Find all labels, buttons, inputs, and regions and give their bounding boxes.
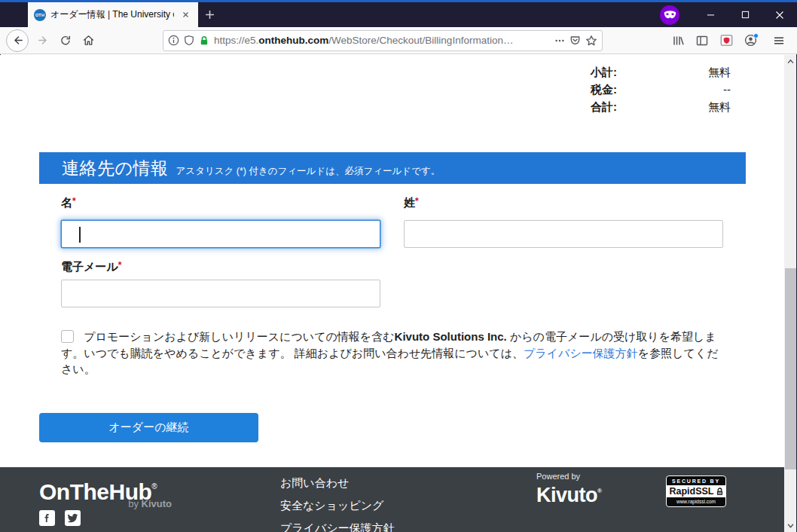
account-notification-dot	[753, 33, 759, 38]
first-name-label: 名*	[61, 196, 76, 210]
chevron-down-icon	[786, 522, 795, 529]
account-button[interactable]	[740, 30, 761, 51]
title-bar: OTH オーダー情報 | The University of T	[0, 2, 797, 27]
tab-close-button[interactable]	[179, 8, 192, 22]
ssl-brand-row: RapidSSL	[667, 485, 725, 497]
titlebar-spacer	[221, 2, 660, 27]
page-actions-icon[interactable]	[554, 35, 565, 46]
site-favicon: OTH	[34, 9, 46, 21]
url-path: /WebStore/Checkout/BillingInformation…	[328, 35, 513, 46]
browser-tab[interactable]: OTH オーダー情報 | The University of T	[28, 2, 198, 27]
page-footer: OnTheHub® by Kivuto お問い合わせ 安全なショッピング プライ…	[0, 467, 797, 532]
forward-button[interactable]	[32, 29, 54, 52]
new-tab-button[interactable]	[198, 2, 221, 27]
tracking-protection-shield-icon[interactable]	[184, 35, 194, 46]
pocket-icon[interactable]	[570, 35, 581, 46]
back-icon	[11, 34, 24, 47]
sidebar-button[interactable]	[692, 30, 713, 51]
last-name-input[interactable]	[404, 220, 723, 248]
social-links	[39, 510, 81, 526]
back-button[interactable]	[6, 29, 29, 52]
footer-links: お問い合わせ 安全なショッピング プライバシー保護方針	[280, 476, 395, 532]
email-label-text: 電子メール	[61, 260, 118, 273]
library-icon	[672, 35, 684, 47]
window-close-button[interactable]	[762, 2, 797, 27]
registered-mark: ®	[597, 488, 601, 494]
scrollbar-thumb[interactable]	[785, 268, 796, 469]
privacy-policy-footer-link[interactable]: プライバシー保護方針	[280, 521, 395, 532]
email-label: 電子メール*	[61, 260, 121, 274]
url-bar[interactable]: https://e5.onthehub.com/WebStore/Checkou…	[163, 30, 603, 51]
contact-link[interactable]: お問い合わせ	[280, 476, 395, 490]
first-name-input[interactable]	[61, 220, 380, 248]
vertical-scrollbar[interactable]	[784, 55, 797, 532]
navigation-toolbar: https://e5.onthehub.com/WebStore/Checkou…	[0, 27, 797, 54]
kivuto-logo-text: Kivuto	[536, 484, 597, 506]
url-scheme: https://e5.	[214, 35, 258, 46]
plus-icon	[205, 10, 215, 20]
url-domain: onthehub.com	[258, 35, 328, 46]
powered-by-label: Powered by	[536, 472, 601, 481]
privacy-policy-link[interactable]: プライバシー保護方針	[524, 347, 638, 359]
chevron-up-icon	[786, 58, 795, 65]
rapidssl-badge[interactable]: SECURED BY RapidSSL www.rapidssl.com	[666, 475, 726, 507]
consent-paragraph: プロモーションおよび新しいリリースについての情報を含むKivuto Soluti…	[61, 329, 719, 378]
window-maximize-button[interactable]	[728, 2, 762, 27]
summary-row-total: 合計: 無料	[591, 98, 731, 115]
home-button[interactable]	[77, 29, 99, 52]
total-label: 合計:	[591, 98, 617, 115]
ssl-url-text: www.rapidssl.com	[667, 497, 725, 506]
section-title: 連絡先の情報	[62, 157, 169, 180]
subtotal-label: 小計:	[591, 63, 617, 81]
byline-brand: Kivuto	[142, 498, 172, 509]
page-content: 小計: 無料 税金: -- 合計: 無料 連絡先の情報 アスタリスク (*) 付…	[0, 55, 797, 532]
subtotal-value: 無料	[708, 63, 731, 81]
hamburger-menu-icon	[773, 35, 785, 47]
reload-icon	[60, 35, 72, 47]
twitter-icon	[67, 512, 78, 524]
home-icon	[82, 34, 95, 47]
extension-shield-button[interactable]	[716, 30, 737, 51]
page-info-icon[interactable]	[168, 35, 179, 46]
registered-mark: ®	[151, 482, 157, 491]
email-input[interactable]	[61, 280, 380, 307]
forward-icon	[37, 34, 50, 47]
promo-email-checkbox[interactable]	[61, 330, 74, 343]
facebook-link[interactable]	[39, 510, 55, 526]
continue-order-button[interactable]: オーダーの継続	[39, 413, 258, 442]
ssl-secured-by-text: SECURED BY	[667, 476, 725, 485]
url-text[interactable]: https://e5.onthehub.com/WebStore/Checkou…	[214, 35, 550, 46]
summary-row-tax: 税金: --	[591, 81, 731, 98]
sidebar-icon	[696, 35, 708, 47]
maximize-icon	[741, 11, 750, 19]
library-button[interactable]	[667, 30, 689, 51]
text-caret	[79, 227, 81, 243]
required-asterisk: *	[118, 260, 122, 271]
last-name-label-text: 姓	[404, 196, 415, 209]
powered-by-kivuto: Powered by Kivuto®	[536, 472, 601, 506]
window-minimize-button[interactable]	[693, 2, 728, 27]
twitter-link[interactable]	[65, 510, 81, 526]
scroll-up-button[interactable]	[784, 55, 797, 68]
order-summary: 小計: 無料 税金: -- 合計: 無料	[591, 63, 731, 115]
scroll-down-button[interactable]	[784, 519, 797, 532]
https-lock-icon[interactable]	[199, 35, 209, 46]
required-asterisk: *	[72, 196, 76, 206]
reload-button[interactable]	[54, 29, 77, 52]
close-icon	[182, 11, 189, 18]
browser-window: OTH オーダー情報 | The University of T	[0, 0, 797, 532]
ssl-lock-icon	[716, 488, 723, 496]
section-subtitle: アスタリスク (*) 付きのフィールドは、必須フィールドです。	[176, 159, 441, 178]
minimize-icon	[707, 11, 715, 19]
bookmark-star-icon[interactable]	[585, 35, 597, 47]
onthehub-byline: by Kivuto	[39, 498, 172, 509]
facebook-icon	[41, 512, 53, 524]
first-name-label-text: 名	[61, 196, 72, 209]
secure-shopping-link[interactable]: 安全なショッピング	[280, 499, 395, 512]
required-asterisk: *	[415, 196, 419, 206]
total-value: 無料	[708, 98, 731, 115]
last-name-label: 姓*	[404, 196, 419, 210]
menu-button[interactable]	[768, 30, 789, 51]
consent-text: プロモーションおよび新しいリリースについての情報を含む	[84, 330, 394, 343]
summary-row-subtotal: 小計: 無料	[591, 63, 731, 81]
